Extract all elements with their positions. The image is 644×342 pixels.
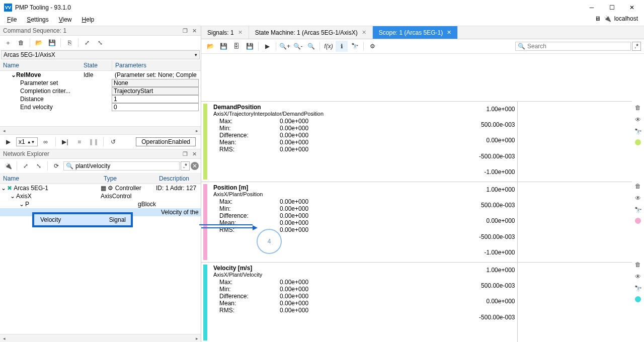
cmdseq-grid-header: Name State Parameters (0, 60, 201, 71)
scroll-right-icon[interactable]: ▸ (193, 127, 201, 134)
restore-icon[interactable]: ❐ (182, 27, 189, 34)
save-load-icon[interactable]: 🗄 (230, 41, 243, 52)
plot-area[interactable] (517, 263, 632, 342)
plug-icon[interactable]: 🔌 (2, 160, 14, 172)
ne-row-axis[interactable]: ⌄AxisX AxisControl (0, 192, 201, 200)
axis-combo[interactable]: Arcas 5EG-1/AxisX ▾ (1, 50, 200, 59)
signal-info: DemandPositionAxisX/TrajectoryInterpolat… (209, 102, 400, 182)
info-icon[interactable]: ℹ (336, 41, 348, 52)
ne-row-root[interactable]: ⌄✖ Arcas 5EG-1 ▦ ⚙ Controller ID: 1 Addr… (0, 184, 201, 192)
chevron-down-icon[interactable]: ⌄ (9, 193, 16, 200)
tab-scope[interactable]: Scope: 1 (Arcas 5EG-1)✕ (373, 26, 458, 39)
play-icon[interactable]: ▶ (261, 41, 273, 52)
scroll-left-icon[interactable]: ◂ (0, 334, 8, 342)
hscrollbar[interactable]: ◂ ▸ (0, 334, 201, 342)
close-icon[interactable]: ✕ (362, 29, 366, 36)
play-icon[interactable]: ▶ (2, 136, 14, 147)
speed-box[interactable]: x1▲▼ (16, 137, 38, 146)
step-icon[interactable]: ▶| (59, 136, 71, 147)
collapse-icon[interactable]: ⤡ (94, 37, 106, 48)
hide-icon[interactable]: 👁 (633, 194, 642, 203)
expand-icon[interactable]: ⤢ (81, 37, 93, 48)
maximize-button[interactable]: ☐ (608, 4, 616, 12)
close-icon[interactable]: ✕ (191, 27, 198, 34)
fx-icon[interactable]: f(x) (323, 41, 335, 52)
param-set-value[interactable]: None (112, 79, 199, 87)
tab-state-machine[interactable]: State Machine: 1 (Arcas 5EG-1/AxisX)✕ (249, 26, 373, 39)
delete-icon[interactable]: 🗑 (15, 37, 27, 48)
col-name[interactable]: Name (0, 60, 80, 70)
col-state[interactable]: State (80, 60, 112, 70)
tab-signals[interactable]: Signals: 1✕ (201, 26, 249, 39)
restore-icon[interactable]: ❐ (182, 150, 189, 157)
pause-icon[interactable]: ❚❚ (88, 136, 100, 147)
copy-icon[interactable]: ⎘ (63, 37, 75, 48)
endvel-input[interactable] (112, 103, 199, 111)
binoculars-icon[interactable]: 🔭 (633, 127, 642, 136)
signal-color-dot[interactable] (635, 139, 641, 145)
signal-color-dot[interactable] (635, 218, 641, 224)
binoculars-icon[interactable]: 🔭 (633, 206, 642, 215)
save-icon[interactable]: 💾 (217, 41, 229, 52)
gear-icon[interactable]: ⚙ (366, 41, 378, 52)
trash-icon[interactable]: 🗑 (633, 103, 642, 112)
scroll-left-icon[interactable]: ◂ (0, 127, 8, 134)
col-name[interactable]: Name (0, 174, 101, 184)
scroll-right-icon[interactable]: ▸ (193, 334, 201, 342)
chevron-down-icon[interactable]: ⌄ (0, 185, 7, 192)
distance-input[interactable] (112, 95, 199, 103)
minimize-button[interactable]: ─ (588, 4, 596, 12)
menu-settings[interactable]: Settings (22, 15, 53, 24)
close-button[interactable]: ✕ (628, 4, 636, 12)
menu-view[interactable]: View (54, 15, 77, 24)
collapse-icon[interactable]: ⤡ (33, 160, 45, 172)
add-icon[interactable]: ＋ (2, 37, 14, 48)
close-icon[interactable]: ✕ (191, 150, 198, 157)
chevron-down-icon[interactable]: ⌄ (18, 201, 25, 208)
chevron-down-icon[interactable]: ⌄ (11, 71, 16, 78)
menu-file[interactable]: File (2, 15, 22, 24)
scope-search[interactable]: 🔍 (515, 42, 631, 51)
col-params[interactable]: Parameters (112, 60, 201, 70)
scope-search-input[interactable] (527, 43, 628, 50)
zoom-fit-icon[interactable]: 🔍 (305, 41, 317, 52)
binoculars-icon[interactable]: 🔭 (349, 41, 361, 52)
plot-area[interactable] (517, 102, 632, 182)
open-icon[interactable]: 📂 (204, 41, 216, 52)
hide-icon[interactable]: 👁 (633, 115, 642, 124)
col-type[interactable]: Type (101, 174, 156, 184)
save-disk-icon[interactable]: 💾 (244, 41, 256, 52)
ne-search-input[interactable] (75, 162, 177, 169)
ne-search[interactable]: 🔍 (63, 161, 180, 170)
loop-icon[interactable]: ∞ (40, 136, 52, 147)
refresh-icon[interactable]: ⟳ (50, 160, 62, 172)
save-icon[interactable]: 💾 (46, 37, 58, 48)
clear-search-icon[interactable]: ✕ (191, 162, 199, 170)
expand-icon[interactable]: ⤢ (20, 160, 32, 172)
zoom-out-icon[interactable]: 🔍- (292, 41, 304, 52)
filter-mode-icon[interactable]: .* (632, 42, 641, 51)
col-desc[interactable]: Description (156, 174, 201, 184)
hscrollbar[interactable]: ◂ ▸ (0, 126, 201, 134)
ne-row-plant[interactable]: ⌄P gBlock (0, 200, 201, 208)
filter-mode-icon[interactable]: .* (181, 161, 190, 170)
cmd-row-relmove[interactable]: ⌄RelMove Idle (Parameter set: None; Comp… (0, 71, 201, 79)
trash-icon[interactable]: 🗑 (633, 182, 642, 191)
completion-value[interactable]: TrajectoryStart (112, 87, 199, 95)
operation-enabled-button[interactable]: OperationEnabled (136, 137, 196, 146)
menu-help[interactable]: Help (77, 15, 100, 24)
completion-row: Completion criter... TrajectoryStart (0, 87, 201, 95)
trash-icon[interactable]: 🗑 (633, 260, 642, 269)
binoculars-icon[interactable]: 🔭 (633, 284, 642, 293)
undo-icon[interactable]: ↺ (107, 136, 119, 147)
close-icon[interactable]: ✕ (447, 29, 451, 36)
stop-icon[interactable]: ■ (73, 136, 86, 147)
plot-area[interactable] (517, 182, 632, 262)
close-icon[interactable]: ✕ (238, 29, 243, 36)
hide-icon[interactable]: 👁 (633, 272, 642, 281)
zoom-in-icon[interactable]: 🔍+ (279, 41, 291, 52)
open-icon[interactable]: 📂 (33, 37, 45, 48)
signal-color-dot[interactable] (635, 296, 641, 302)
ne-toolbar: 🔌 ⤢ ⤡ ⟳ 🔍 .* ✕ (0, 159, 201, 174)
signal-block: Velocity [m/s]AxisX/Plant/VelocityMax:0.… (201, 262, 632, 342)
